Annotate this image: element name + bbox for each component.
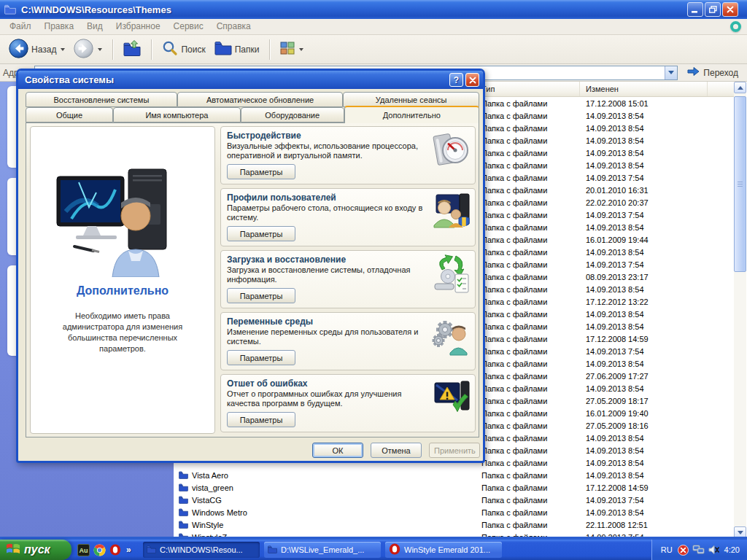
tab-Дополнительно[interactable]: Дополнительно bbox=[344, 106, 479, 123]
dialog-close-button[interactable] bbox=[465, 73, 479, 87]
toolbar-separator bbox=[112, 39, 113, 60]
settings-group: Переменные средыИзменение переменных сре… bbox=[220, 312, 476, 370]
views-button[interactable] bbox=[277, 40, 306, 58]
opera-icon[interactable] bbox=[109, 544, 121, 556]
volume-muted-icon[interactable] bbox=[708, 545, 719, 555]
file-modified-cell: 14.09.2013 7:54 bbox=[580, 347, 708, 356]
menu-item-1[interactable]: Файл bbox=[3, 21, 38, 31]
go-button[interactable]: Переход bbox=[681, 66, 744, 79]
tab-Общие[interactable]: Общие bbox=[26, 107, 113, 122]
help-button[interactable]: ? bbox=[449, 73, 463, 87]
parameters-button[interactable]: Параметры bbox=[227, 164, 295, 179]
file-type-cell: Папка с файлами bbox=[476, 285, 580, 294]
address-dropdown-button[interactable] bbox=[665, 66, 677, 79]
start-button[interactable]: пуск bbox=[0, 540, 71, 560]
folder-icon bbox=[179, 471, 188, 479]
menu-item-2[interactable]: Правка bbox=[38, 21, 81, 31]
tab-Имя компьютера[interactable]: Имя компьютера bbox=[113, 107, 241, 122]
opera-icon bbox=[389, 543, 400, 556]
language-indicator[interactable]: RU bbox=[661, 545, 673, 554]
toolbar-separator bbox=[151, 39, 152, 60]
scroll-up-button[interactable] bbox=[734, 82, 746, 93]
chrome-icon[interactable] bbox=[93, 544, 106, 556]
scrollbar-thumb[interactable] bbox=[734, 96, 746, 272]
file-type-cell: Папка с файлами bbox=[476, 471, 580, 480]
taskbar-button-2[interactable]: D:\WSLive_Emerald_... bbox=[264, 542, 381, 558]
file-row[interactable]: WinStyleПапка с файлами22.11.2008 12:51 bbox=[174, 518, 734, 531]
parameters-button[interactable]: Параметры bbox=[227, 350, 295, 365]
quick-launch-overflow[interactable]: » bbox=[126, 545, 131, 555]
menu-item-4[interactable]: Избранное bbox=[109, 21, 167, 31]
tray-icons bbox=[678, 545, 719, 556]
folders-button[interactable]: Папки bbox=[212, 39, 263, 59]
search-button[interactable]: Поиск bbox=[159, 39, 208, 60]
tab-Оборудование[interactable]: Оборудование bbox=[241, 107, 344, 122]
minimize-button[interactable] bbox=[687, 2, 703, 17]
brand-logo-icon bbox=[730, 21, 741, 32]
file-modified-cell: 14.09.2013 8:54 bbox=[580, 149, 708, 158]
taskbar-buttons: C:\WINDOWS\Resou...D:\WSLive_Emerald_...… bbox=[143, 542, 502, 558]
group-description: Загрузка и восстановление системы, отлад… bbox=[227, 265, 430, 285]
security-alert-icon[interactable] bbox=[678, 545, 689, 556]
group-description: Визуальные эффекты, использование процес… bbox=[227, 141, 430, 161]
settings-group: БыстродействиеВизуальные эффекты, исполь… bbox=[220, 126, 476, 184]
menu-item-6[interactable]: Справка bbox=[210, 21, 258, 31]
tab-row-top: Восстановление системыАвтоматическое обн… bbox=[26, 92, 479, 107]
file-type-cell: Папка с файлами bbox=[476, 397, 580, 405]
toolbar: Назад Поиск Папки bbox=[0, 35, 747, 64]
up-button[interactable] bbox=[120, 38, 144, 61]
parameters-button[interactable]: Параметры bbox=[227, 412, 295, 427]
back-button[interactable]: Назад bbox=[6, 37, 68, 62]
network-icon[interactable] bbox=[692, 545, 705, 555]
file-type-cell: Папка с файлами bbox=[476, 347, 580, 356]
parameters-button[interactable]: Параметры bbox=[227, 288, 295, 303]
file-modified-cell: 14.09.2013 8:54 bbox=[580, 136, 708, 145]
taskbar-button-3[interactable]: WinStyle Emerald 201... bbox=[385, 542, 502, 558]
menu-item-3[interactable]: Вид bbox=[80, 21, 109, 31]
ok-button[interactable]: ОК bbox=[312, 443, 363, 458]
admin-note: Необходимо иметь права администратора дл… bbox=[45, 311, 200, 354]
menu-item-5[interactable]: Сервис bbox=[167, 21, 210, 31]
explorer-titlebar[interactable]: C:\WINDOWS\Resources\Themes bbox=[0, 0, 747, 19]
file-row[interactable]: VistaCGПапка с файлами14.09.2013 7:54 bbox=[174, 494, 734, 506]
tab-Восстановление системы[interactable]: Восстановление системы bbox=[26, 92, 177, 107]
column-header-type[interactable]: Тип bbox=[476, 82, 580, 96]
file-type-cell: Папка с файлами bbox=[476, 248, 580, 257]
chevron-down-icon[interactable] bbox=[98, 48, 102, 51]
file-type-cell: Папка с файлами bbox=[476, 508, 580, 517]
system-properties-dialog: Свойства системы ? Восстановление систем… bbox=[16, 69, 485, 463]
restore-button[interactable] bbox=[705, 2, 721, 17]
vertical-scrollbar[interactable] bbox=[734, 82, 746, 538]
file-modified-cell: 14.09.2013 8:54 bbox=[580, 459, 708, 467]
file-modified-cell: 22.02.2010 20:37 bbox=[580, 198, 708, 207]
file-name-cell: vista_green bbox=[174, 483, 476, 492]
dialog-titlebar[interactable]: Свойства системы ? bbox=[18, 71, 483, 89]
column-header-modified[interactable]: Изменен bbox=[580, 82, 708, 96]
file-type-cell: Папка с файлами bbox=[476, 409, 580, 418]
tab-row-bottom: ОбщиеИмя компьютераОборудованиеДополните… bbox=[26, 107, 479, 122]
tab-Удаленные сеансы[interactable]: Удаленные сеансы bbox=[343, 92, 479, 107]
chevron-down-icon[interactable] bbox=[299, 48, 303, 51]
parameters-button[interactable]: Параметры bbox=[227, 226, 295, 241]
folder-icon bbox=[4, 4, 18, 15]
file-modified-cell: 14.09.2013 8:54 bbox=[580, 471, 708, 480]
chevron-down-icon[interactable] bbox=[61, 48, 65, 51]
file-row[interactable]: Windows MetroПапка с файлами14.09.2013 8… bbox=[174, 506, 734, 518]
file-type-cell: Папка с файлами bbox=[476, 459, 580, 467]
cancel-button[interactable]: Отмена bbox=[371, 443, 422, 458]
file-type-cell: Папка с файлами bbox=[476, 322, 580, 331]
close-button[interactable] bbox=[722, 2, 738, 17]
settings-group: Профили пользователейПараметры рабочего … bbox=[220, 188, 476, 246]
audition-icon[interactable]: Au bbox=[77, 544, 90, 556]
tab-Автоматическое обновление[interactable]: Автоматическое обновление bbox=[177, 92, 344, 107]
file-modified-cell: 27.06.2009 17:27 bbox=[580, 372, 708, 381]
file-modified-cell: 17.12.2008 14:59 bbox=[580, 335, 708, 343]
file-row[interactable]: vista_greenПапка с файлами17.12.2008 14:… bbox=[174, 481, 734, 494]
clock[interactable]: 4:20 bbox=[724, 545, 740, 554]
go-arrow-icon bbox=[687, 66, 700, 79]
taskbar-button-1[interactable]: C:\WINDOWS\Resou... bbox=[143, 542, 260, 558]
forward-button[interactable] bbox=[71, 37, 105, 62]
file-row[interactable]: Vista AeroПапка с файлами14.09.2013 8:54 bbox=[174, 469, 734, 481]
file-type-cell: Папка с файлами bbox=[476, 161, 580, 170]
up-folder-icon bbox=[123, 39, 141, 59]
